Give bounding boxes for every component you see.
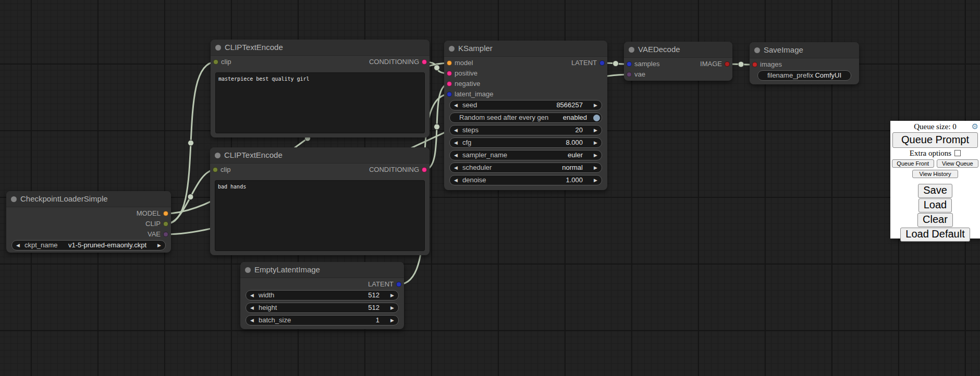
- widget-value: 1.000: [566, 176, 583, 185]
- collapse-dot-icon[interactable]: [215, 45, 221, 51]
- decrement-arrow-icon[interactable]: ◀: [16, 241, 20, 250]
- widget-filename-prefix[interactable]: filename_prefixComfyUI: [757, 70, 851, 81]
- widget-steps[interactable]: ◀steps20▶: [449, 125, 602, 135]
- collapse-dot-icon[interactable]: [11, 196, 17, 202]
- slot-row: VAE: [6, 229, 171, 240]
- toggle-indicator[interactable]: [593, 115, 600, 121]
- slot-row: latent_image: [444, 89, 607, 99]
- link-midpoint-dot: [434, 124, 440, 130]
- increment-arrow-icon[interactable]: ▶: [594, 126, 597, 135]
- input-dot-model[interactable]: [447, 60, 452, 66]
- node-title-bar[interactable]: VAEDecode: [624, 42, 732, 58]
- node-graph-canvas[interactable]: CheckpointLoaderSimpleMODELCLIPVAE◀ckpt_…: [0, 0, 980, 376]
- node-empty-latent-image[interactable]: EmptyLatentImageLATENT◀width512▶◀height5…: [240, 262, 404, 329]
- input-dot-clip[interactable]: [213, 59, 218, 65]
- link-midpoint-dot: [188, 194, 193, 200]
- increment-arrow-icon[interactable]: ▶: [594, 151, 597, 160]
- save-button[interactable]: Save: [918, 184, 952, 198]
- node-title-bar[interactable]: SaveImage: [750, 42, 859, 58]
- link-midpoint-dot: [738, 61, 744, 67]
- slot-row: clipCONDITIONING: [211, 57, 430, 67]
- decrement-arrow-icon[interactable]: ◀: [250, 291, 254, 300]
- increment-arrow-icon[interactable]: ▶: [594, 138, 597, 147]
- increment-arrow-icon[interactable]: ▶: [594, 176, 597, 185]
- widget-batch-size[interactable]: ◀batch_size1▶: [246, 315, 399, 325]
- node-ksampler[interactable]: KSamplermodelLATENTpositivenegativelaten…: [444, 41, 607, 190]
- output-dot-conditioning[interactable]: [422, 167, 427, 172]
- slot-row: CLIP: [6, 219, 171, 229]
- increment-arrow-icon[interactable]: ▶: [157, 241, 161, 250]
- decrement-arrow-icon[interactable]: ◀: [454, 163, 458, 172]
- widget-seed[interactable]: ◀seed8566257▶: [449, 100, 602, 110]
- node-title-bar[interactable]: KSampler: [444, 41, 607, 57]
- node-clip-text-encode-positive[interactable]: CLIPTextEncodeclipCONDITIONINGmasterpiec…: [211, 40, 430, 137]
- widget-cfg[interactable]: ◀cfg8.000▶: [449, 137, 602, 148]
- input-dot-positive[interactable]: [447, 71, 452, 76]
- node-clip-text-encode-negative[interactable]: CLIPTextEncodeclipCONDITIONINGbad hands: [210, 147, 430, 255]
- widget-label: ckpt_name: [24, 241, 58, 250]
- collapse-dot-icon[interactable]: [629, 47, 634, 53]
- widget-value: euler: [568, 151, 583, 160]
- queue-prompt-button[interactable]: Queue Prompt: [892, 132, 978, 148]
- decrement-arrow-icon[interactable]: ◀: [454, 138, 458, 147]
- input-dot-negative[interactable]: [447, 81, 452, 86]
- increment-arrow-icon[interactable]: ▶: [390, 291, 394, 300]
- node-vae-decode[interactable]: VAEDecodesamplesIMAGEvae: [624, 42, 732, 81]
- increment-arrow-icon[interactable]: ▶: [390, 303, 394, 312]
- load-default-button[interactable]: Load Default: [900, 228, 970, 242]
- settings-gear-icon[interactable]: ⚙: [972, 122, 978, 131]
- node-title-bar[interactable]: CLIPTextEncode: [210, 147, 430, 164]
- clear-button[interactable]: Clear: [917, 213, 953, 227]
- widget-value: 1: [376, 316, 379, 325]
- prompt-textarea[interactable]: masterpiece best quality girl: [215, 72, 425, 133]
- collapse-dot-icon[interactable]: [754, 47, 760, 53]
- queue-front-button[interactable]: Queue Front: [892, 159, 934, 168]
- output-dot-conditioning[interactable]: [422, 59, 427, 65]
- decrement-arrow-icon[interactable]: ◀: [454, 101, 458, 110]
- widget-value: enabled: [563, 113, 587, 122]
- input-dot-images[interactable]: [752, 62, 757, 67]
- output-dot-image[interactable]: [725, 61, 730, 67]
- node-title: CheckpointLoaderSimple: [20, 191, 108, 207]
- node-save-image[interactable]: SaveImageimagesfilename_prefixComfyUI: [750, 42, 859, 84]
- widget-random-seed-after-every-gen[interactable]: Random seed after every genenabled: [449, 112, 602, 123]
- collapse-dot-icon[interactable]: [215, 153, 220, 158]
- node-title-bar[interactable]: EmptyLatentImage: [240, 262, 404, 278]
- decrement-arrow-icon[interactable]: ◀: [454, 126, 458, 135]
- node-title-bar[interactable]: CheckpointLoaderSimple: [6, 191, 171, 207]
- collapse-dot-icon[interactable]: [449, 46, 455, 52]
- output-dot-latent[interactable]: [396, 282, 401, 287]
- widget-scheduler[interactable]: ◀schedulernormal▶: [449, 162, 602, 173]
- widget-ckpt-name[interactable]: ◀ckpt_namev1-5-pruned-emaonly.ckpt▶: [11, 240, 166, 250]
- increment-arrow-icon[interactable]: ▶: [390, 316, 394, 325]
- input-dot-samples[interactable]: [627, 61, 632, 67]
- increment-arrow-icon[interactable]: ▶: [594, 101, 597, 110]
- decrement-arrow-icon[interactable]: ◀: [250, 303, 254, 312]
- widget-sampler-name[interactable]: ◀sampler_nameeuler▶: [449, 150, 602, 160]
- widget-width[interactable]: ◀width512▶: [246, 290, 399, 300]
- load-button[interactable]: Load: [918, 198, 952, 212]
- output-dot-latent[interactable]: [599, 60, 605, 66]
- collapse-dot-icon[interactable]: [245, 267, 251, 273]
- widget-value: ComfyUI: [815, 71, 841, 80]
- input-dot-clip[interactable]: [213, 167, 218, 172]
- widget-height[interactable]: ◀height512▶: [246, 303, 399, 313]
- input-dot-vae[interactable]: [627, 72, 632, 77]
- widget-value: normal: [562, 163, 583, 172]
- output-dot-model[interactable]: [163, 211, 168, 216]
- input-label-negative: negative: [455, 79, 480, 89]
- view-queue-button[interactable]: View Queue: [937, 159, 979, 168]
- decrement-arrow-icon[interactable]: ◀: [454, 176, 458, 185]
- view-history-button[interactable]: View History: [912, 170, 958, 178]
- prompt-textarea[interactable]: bad hands: [215, 180, 425, 251]
- input-dot-latent-image[interactable]: [447, 92, 452, 97]
- output-dot-clip[interactable]: [163, 221, 168, 227]
- output-dot-vae[interactable]: [163, 232, 168, 237]
- node-title-bar[interactable]: CLIPTextEncode: [211, 40, 430, 56]
- decrement-arrow-icon[interactable]: ◀: [250, 316, 254, 325]
- increment-arrow-icon[interactable]: ▶: [594, 163, 597, 172]
- decrement-arrow-icon[interactable]: ◀: [454, 151, 458, 160]
- extra-options-checkbox[interactable]: [954, 150, 961, 156]
- widget-denoise[interactable]: ◀denoise1.000▶: [449, 175, 602, 185]
- node-checkpoint-loader[interactable]: CheckpointLoaderSimpleMODELCLIPVAE◀ckpt_…: [6, 191, 171, 253]
